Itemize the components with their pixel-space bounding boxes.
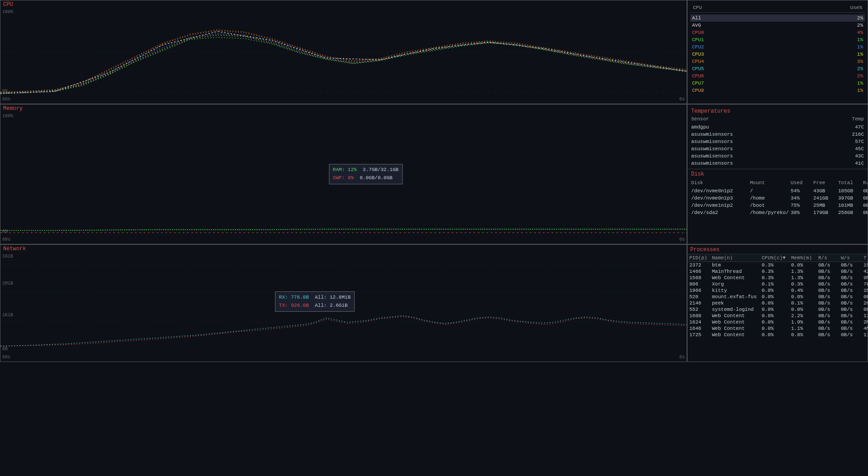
network-time-right: 0s (679, 355, 685, 360)
disk-row: /dev/sda2 /home/pyreko/ 30% 179GB 256GB … (688, 209, 868, 216)
temp-col-temp: Temp (852, 116, 864, 122)
disk-col-free: Free (813, 180, 838, 186)
temp-row: asuswmisensors45C (688, 145, 868, 152)
disk-row: /dev/nvme0n1p2 / 54% 43GB 105GB 0B/s 685… (688, 187, 868, 195)
legend-item: CPU04% (690, 29, 865, 36)
temperatures-section: Temperatures Sensor Temp amdgpu47Casuswm… (688, 105, 868, 169)
process-panel: Processes PID(p) Name(n) CPU%(c)▼ Mem%(m… (687, 244, 868, 362)
legend-header: CPU Use% (690, 3, 865, 13)
memory-swp-label: SWP: 0% (333, 175, 354, 181)
disk-section: Disk Disk Mount Used Free Total R/s W/s … (688, 169, 868, 244)
temp-header: Sensor Temp (688, 115, 868, 123)
proc-col-ws: W/s (841, 255, 863, 261)
table-row[interactable]: 552 systemd-logind 0.0% 0.0% 0B/s 0B/s 0… (688, 306, 868, 313)
cpu-panel: CPU 100% 0% 60s 0s (0, 0, 687, 104)
table-row[interactable]: 1466 MainThread 0.3% 1.3% 0B/s 0B/s 422M… (688, 268, 868, 275)
network-tx-all: All: 2.6GiB (315, 303, 348, 308)
legend-item: CPU81% (690, 87, 865, 94)
process-table-header: PID(p) Name(n) CPU%(c)▼ Mem%(m) R/s W/s … (688, 254, 868, 262)
network-title: Network (0, 245, 28, 253)
cpu-legend-panel: CPU Use% All2%AVG2%CPU04%CPU11%CPU21%CPU… (687, 0, 868, 104)
memory-ram-value: 3.7GB/32.1GB (363, 167, 398, 172)
proc-col-rs: R/s (818, 255, 841, 261)
cpu-chart (0, 9, 687, 95)
process-rows: 2372 btm 0.3% 0.0% 0B/s 0B/s 15MiB 0B Sl… (688, 262, 868, 338)
table-row[interactable]: 2372 btm 0.3% 0.0% 0B/s 0B/s 15MiB 0B Sl… (688, 262, 868, 268)
network-panel: Network 1GiB 1MiB 1KiB 0B 60s 0s RX: 776… (0, 244, 687, 362)
memory-tooltip: RAM: 12% 3.7GB/32.1GB SWP: 0% 0.0GB/0.0G… (329, 164, 403, 184)
proc-col-pid: PID(p) (689, 255, 712, 261)
legend-item: CPU52% (690, 65, 865, 72)
table-row[interactable]: 1568 Web Content 0.3% 1.3% 0B/s 0B/s 9Mi… (688, 275, 868, 281)
table-row[interactable]: 1624 Web Content 0.0% 1.9% 0B/s 0B/s 2Mi… (688, 319, 868, 325)
proc-col-mem: Mem%(m) (791, 255, 818, 261)
table-row[interactable]: 520 mount.exfat-fus 0.0% 0.0% 0B/s 0B/s … (688, 294, 868, 300)
temp-rows: amdgpu47Casuswmisensors216Casuswmisensor… (688, 124, 868, 167)
network-tooltip: RX: 776.0B All: 12.8MiB TX: 926.0B All: … (275, 291, 355, 312)
memory-swp-value: 0.0GB/0.0GB (360, 175, 393, 181)
legend-item: All2% (690, 14, 865, 22)
table-row[interactable]: 2146 peek 0.0% 0.1% 0B/s 0B/s 20MiB 2MiB… (688, 300, 868, 306)
temp-row: asuswmisensors41C (688, 160, 868, 167)
table-row[interactable]: 1608 Web Content 0.0% 2.2% 0B/s 0B/s 13M… (688, 313, 868, 319)
disk-col-used: Used (791, 180, 813, 186)
legend-col-cpu: CPU (693, 5, 702, 10)
disk-col-rs: R/s (863, 180, 868, 186)
proc-col-cpu: CPU%(c)▼ (762, 255, 791, 261)
table-row[interactable]: 1646 Web Content 0.0% 1.1% 0B/s 0B/s 4Mi… (688, 325, 868, 332)
disk-col-mount: Mount (750, 180, 791, 186)
table-row[interactable]: 806 Xorg 0.1% 0.3% 0B/s 0B/s 76MiB 52KiB… (688, 281, 868, 287)
legend-item: CPU11% (690, 36, 865, 43)
disk-col-total: Total (838, 180, 863, 186)
temp-row: asuswmisensors216C (688, 131, 868, 138)
legend-item: AVG2% (690, 22, 865, 29)
cpu-legend-items: All2%AVG2%CPU04%CPU11%CPU21%CPU31%CPU43%… (690, 14, 865, 94)
memory-panel: Memory 100% 0% 60s 0s RAM: 12% 3.7GB/32.… (0, 104, 687, 244)
disk-row: /dev/nvme0n1p3 /home 34% 241GB 397GB 0B/… (688, 195, 868, 202)
legend-item: CPU43% (690, 58, 865, 65)
cpu-time-left: 60s (2, 97, 10, 102)
memory-time-right: 0s (679, 237, 685, 242)
memory-ram-label: RAM: 12% (333, 167, 357, 172)
disk-col-disk: Disk (691, 180, 750, 186)
proc-col-tread: T.Read (863, 255, 868, 261)
legend-item: CPU71% (690, 80, 865, 87)
temp-disk-panel: Temperatures Sensor Temp amdgpu47Casuswm… (687, 104, 868, 244)
legend-item: CPU21% (690, 43, 865, 51)
cpu-time-right: 0s (679, 97, 685, 102)
disk-title: Disk (688, 169, 868, 179)
table-row[interactable]: 1725 Web Content 0.0% 0.8% 0B/s 0B/s 116… (688, 332, 868, 338)
disk-rows: /dev/nvme0n1p2 / 54% 43GB 105GB 0B/s 685… (688, 187, 868, 216)
table-row[interactable]: 1966 kitty 0.0% 0.4% 0B/s 0B/s 1MiB 84Ki… (688, 287, 868, 294)
disk-row: /dev/nvme1n1p2 /boot 75% 25MB 101MB 0B/s… (688, 202, 868, 209)
network-rx-label: RX: 776.0B (279, 295, 309, 300)
disk-header: Disk Mount Used Free Total R/s W/s (688, 179, 868, 186)
temp-row: asuswmisensors43C (688, 152, 868, 160)
legend-item: CPU31% (690, 51, 865, 58)
legend-item: CPU62% (690, 72, 865, 80)
memory-title: Memory (0, 105, 25, 113)
temp-col-sensor: Sensor (691, 116, 709, 122)
network-rx-all: All: 12.8MiB (315, 295, 351, 300)
network-tx-label: TX: 926.0B (279, 303, 309, 308)
network-time-left: 60s (2, 355, 10, 360)
temp-title: Temperatures (688, 106, 868, 115)
process-title: Processes (688, 245, 868, 254)
legend-col-use: Use% (850, 5, 862, 10)
temp-row: amdgpu47C (688, 124, 868, 131)
temp-row: asuswmisensors57C (688, 138, 868, 145)
cpu-title: CPU (0, 0, 16, 9)
proc-col-name: Name(n) (712, 255, 762, 261)
memory-time-left: 60s (2, 237, 10, 242)
